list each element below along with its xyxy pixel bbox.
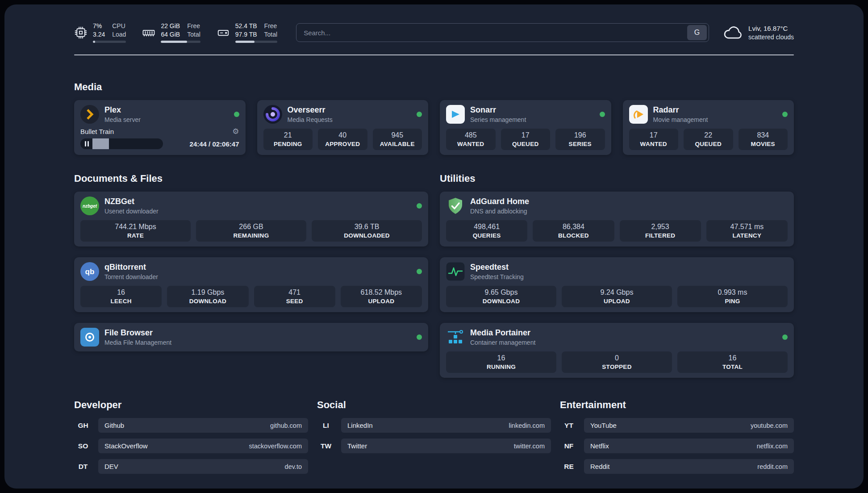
search-input[interactable] (296, 24, 687, 42)
stat-label: MOVIES (740, 141, 786, 147)
weather-widget[interactable]: Lviv, 16.87°C scattered clouds (722, 24, 794, 41)
card-plex[interactable]: Plex Media server Bullet Train ⚙ (74, 100, 246, 155)
portainer-icon (446, 328, 465, 347)
ram-free-label: Free (187, 22, 200, 29)
top-bar: 7% 3.24 CPU Load (74, 22, 794, 43)
stat-label: AVAILABLE (375, 141, 421, 147)
link-abbr: TW (317, 442, 335, 450)
stat-value: 47.571 ms (708, 223, 786, 231)
cpu-progress-fill (93, 41, 95, 43)
plex-icon (80, 105, 99, 124)
app-subtitle: Usenet downloader (104, 208, 411, 215)
stat-tile: 40 APPROVED (318, 129, 367, 150)
section-title-developer: Developer (74, 399, 308, 411)
link-pill[interactable]: StackOverflow stackoverflow.com (98, 439, 308, 453)
stat-value: 744.21 Mbps (82, 223, 189, 231)
search-provider-button[interactable]: G (687, 25, 707, 40)
app-name: Speedtest (470, 263, 788, 272)
stat-value: 21 (265, 131, 311, 139)
link-github[interactable]: GH Github github.com (74, 418, 308, 433)
status-indicator (417, 203, 422, 209)
stat-tile: 485 WANTED (446, 129, 496, 150)
app-subtitle: Media server (104, 116, 229, 123)
link-netflix[interactable]: NF Netflix netflix.com (560, 439, 794, 453)
link-linkedin[interactable]: LI LinkedIn linkedin.com (317, 418, 551, 433)
link-pill[interactable]: Github github.com (98, 418, 308, 433)
app-name: Overseerr (288, 105, 412, 115)
stat-tile: 266 GB REMAINING (196, 220, 306, 242)
section-title-social: Social (317, 399, 551, 411)
stat-tile: 17 WANTED (629, 129, 679, 150)
stat-label: DOWNLOAD (169, 298, 246, 305)
app-name: AdGuard Home (470, 197, 788, 206)
now-playing-title: Bullet Train (80, 128, 114, 135)
stat-value: 618.52 Mbps (342, 288, 420, 297)
link-url: github.com (270, 422, 302, 429)
section-social: Social LI LinkedIn linkedin.com TW Twitt… (317, 399, 551, 480)
playback-time: 24:44 / 02:06:47 (190, 140, 239, 148)
stat-label: SEED (256, 298, 334, 305)
card-speedtest[interactable]: Speedtest Speedtest Tracking 9.65 Gbps D… (440, 257, 794, 312)
stat-label: SERIES (557, 141, 603, 147)
playback-progressbar[interactable] (80, 138, 163, 149)
card-nzbget[interactable]: nzbget NZBGet Usenet downloader 74 (74, 192, 428, 246)
card-overseerr[interactable]: Overseerr Media Requests 21 PENDING (257, 100, 429, 155)
stat-value: 945 (375, 131, 421, 139)
ram-total-value: 64 GiB (161, 31, 180, 38)
app-name: Media Portainer (470, 328, 777, 338)
section-documents: Documents & Files nzbget NZBGet (74, 173, 428, 378)
app-subtitle: Container management (470, 339, 777, 346)
link-abbr: GH (74, 422, 92, 430)
stat-tile: 39.6 TB DOWNLOADED (312, 220, 422, 242)
disk-total-value: 97.9 TB (235, 31, 257, 38)
dashboard-screen: 7% 3.24 CPU Load (0, 0, 868, 493)
stat-value: 196 (557, 131, 603, 139)
stat-value: 1.19 Gbps (169, 288, 246, 297)
stat-label: REMAINING (198, 232, 305, 239)
stat-value: 16 (82, 288, 160, 297)
link-reddit[interactable]: RE Reddit reddit.com (560, 459, 794, 474)
link-youtube[interactable]: YT YouTube youtube.com (560, 418, 794, 433)
status-indicator (782, 112, 788, 117)
link-name: Twitter (347, 442, 367, 450)
link-pill[interactable]: LinkedIn linkedin.com (341, 418, 551, 433)
link-pill[interactable]: Twitter twitter.com (341, 439, 551, 453)
stat-label: STOPPED (563, 363, 670, 370)
link-twitter[interactable]: TW Twitter twitter.com (317, 439, 551, 453)
status-indicator (417, 269, 422, 274)
stat-label: WANTED (448, 141, 494, 147)
app-subtitle: Torrent downloader (104, 273, 411, 280)
link-pill[interactable]: Reddit reddit.com (584, 459, 794, 474)
cpu-label: CPU (112, 22, 126, 29)
link-pill[interactable]: YouTube youtube.com (584, 418, 794, 433)
link-dev[interactable]: DT DEV dev.to (74, 459, 308, 474)
stat-tile: 16 LEECH (80, 286, 162, 307)
card-sonarr[interactable]: Sonarr Series management 485 WANTED (440, 100, 611, 155)
link-stackoverflow[interactable]: SO StackOverflow stackoverflow.com (74, 439, 308, 453)
stat-value: 0.993 ms (679, 288, 786, 297)
app-subtitle: Movie management (653, 116, 777, 123)
card-portainer[interactable]: Media Portainer Container management 16 … (440, 323, 794, 378)
gear-icon[interactable]: ⚙ (232, 128, 239, 135)
stat-tile: 16 TOTAL (677, 351, 788, 373)
ram-progress-fill (161, 41, 187, 43)
card-adguard[interactable]: AdGuard Home DNS and adblocking 498,461 … (440, 192, 794, 246)
stat-tile: 618.52 Mbps UPLOAD (341, 286, 422, 307)
stat-value: 498,461 (448, 223, 526, 231)
card-radarr[interactable]: Radarr Movie management 17 WANTED 2 (623, 100, 794, 155)
disk-icon (217, 26, 230, 39)
status-indicator (234, 112, 239, 117)
link-pill[interactable]: DEV dev.to (98, 459, 308, 474)
link-abbr: NF (560, 442, 578, 450)
link-url: linkedin.com (509, 422, 545, 429)
pause-button[interactable] (85, 141, 89, 146)
card-qbittorrent[interactable]: qb qBittorrent Torrent downloader (74, 257, 428, 312)
ram-progressbar (161, 41, 200, 43)
link-name: Reddit (590, 463, 609, 470)
link-abbr: DT (74, 463, 92, 471)
link-url: reddit.com (757, 463, 788, 470)
link-pill[interactable]: Netflix netflix.com (584, 439, 794, 453)
playback-progress-fill (92, 138, 109, 149)
disk-monitor: 52.4 TB 97.9 TB Free Total (217, 22, 277, 43)
card-filebrowser[interactable]: File Browser Media File Management (74, 323, 428, 351)
